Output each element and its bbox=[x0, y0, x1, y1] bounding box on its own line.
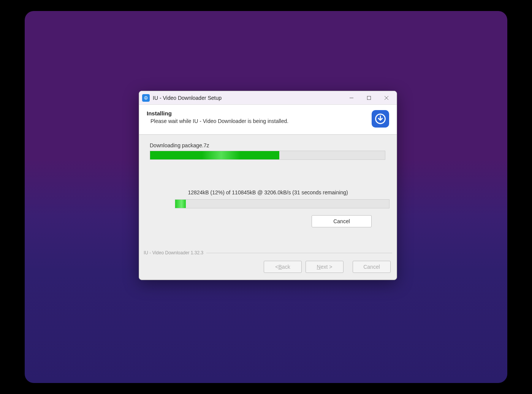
download-detail-panel: 12824kB (12%) of 110845kB @ 3206.0kB/s (… bbox=[150, 189, 386, 227]
detail-progress-bar bbox=[175, 199, 390, 208]
main-progress-bar bbox=[150, 151, 385, 160]
header-title: Installing bbox=[147, 110, 288, 117]
body-area: Downloading package.7z 12824kB (12%) of … bbox=[139, 135, 397, 250]
minimize-button[interactable] bbox=[343, 92, 360, 104]
titlebar[interactable]: IU - Video Downloader Setup bbox=[139, 91, 397, 105]
window-title: IU - Video Downloader Setup bbox=[153, 95, 343, 101]
maximize-button[interactable] bbox=[360, 92, 378, 104]
task-label: Downloading package.7z bbox=[150, 142, 386, 148]
app-icon bbox=[142, 94, 150, 102]
next-button: Next > bbox=[306, 261, 344, 273]
cancel-download-button[interactable]: Cancel bbox=[312, 215, 372, 227]
main-progress-fill bbox=[150, 151, 279, 159]
header-subtitle: Please wait while IU - Video Downloader … bbox=[150, 118, 288, 124]
svg-rect-3 bbox=[367, 96, 371, 99]
back-button: < Back bbox=[264, 261, 302, 273]
separator-line bbox=[206, 253, 392, 253]
footer-buttons: < Back Next > Cancel bbox=[139, 255, 397, 280]
download-status-text: 12824kB (12%) of 110845kB @ 3206.0kB/s (… bbox=[150, 189, 386, 195]
brand-label: IU - Video Downloader 1.32.3 bbox=[144, 250, 203, 255]
footer-separator: IU - Video Downloader 1.32.3 bbox=[139, 250, 397, 255]
close-button[interactable] bbox=[378, 92, 395, 104]
detail-progress-fill bbox=[175, 200, 186, 208]
desktop-background: IU - Video Downloader Setup Installing P… bbox=[25, 11, 507, 383]
cancel-button: Cancel bbox=[353, 261, 391, 273]
download-icon bbox=[372, 110, 389, 128]
installer-window: IU - Video Downloader Setup Installing P… bbox=[139, 91, 397, 280]
content-header: Installing Please wait while IU - Video … bbox=[139, 105, 397, 135]
window-controls bbox=[343, 92, 395, 104]
